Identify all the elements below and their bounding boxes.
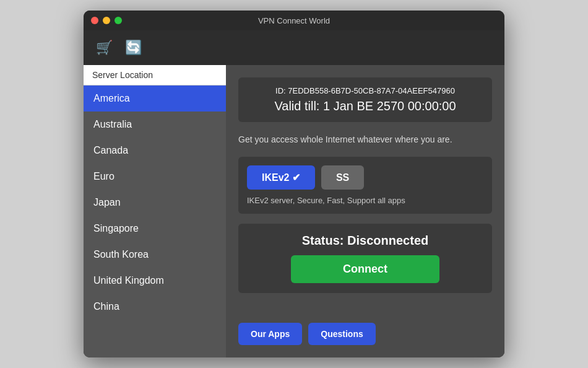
sidebar-item-japan[interactable]: Japan <box>84 190 226 216</box>
protocol-buttons: IKEv2 ✔ SS <box>247 165 483 190</box>
valid-till: Valid till: 1 Jan BE 2570 00:00:00 <box>247 99 483 113</box>
our-apps-button[interactable]: Our Apps <box>238 323 302 345</box>
sidebar-item-united-kingdom[interactable]: United Kingdom <box>84 268 226 294</box>
questions-button[interactable]: Questions <box>308 323 375 345</box>
sidebar-item-south-korea[interactable]: South Korea <box>84 242 226 268</box>
status-section: Status: Disconnected Connect <box>238 224 492 293</box>
minimize-button[interactable] <box>103 17 110 24</box>
sidebar: Server Location America Australia Canada… <box>84 65 226 357</box>
sidebar-item-australia[interactable]: Australia <box>84 112 226 138</box>
protocol-description: IKEv2 server, Secure, Fast, Support all … <box>247 196 483 205</box>
close-button[interactable] <box>91 17 98 24</box>
app-window: VPN Connect World 🛒 🔄 Server Location Am… <box>84 11 504 357</box>
ikev2-button[interactable]: IKEv2 ✔ <box>247 165 315 190</box>
vpn-id: ID: 7EDDB558-6B7D-50CB-87A7-04AEEF547960 <box>247 86 483 95</box>
sidebar-item-america[interactable]: America <box>84 85 226 112</box>
maximize-button[interactable] <box>115 17 122 24</box>
spacer <box>238 303 492 313</box>
titlebar: VPN Connect World <box>84 11 504 30</box>
connect-button[interactable]: Connect <box>291 255 439 283</box>
sidebar-item-euro[interactable]: Euro <box>84 164 226 190</box>
sidebar-header: Server Location <box>84 65 226 85</box>
ss-button[interactable]: SS <box>321 165 364 190</box>
sidebar-item-singapore[interactable]: Singapore <box>84 216 226 242</box>
right-panel: ID: 7EDDB558-6B7D-50CB-87A7-04AEEF547960… <box>226 65 504 357</box>
promo-text: Get you access whole Internet whatever w… <box>238 132 492 147</box>
window-title: VPN Connect World <box>258 16 330 25</box>
id-section: ID: 7EDDB558-6B7D-50CB-87A7-04AEEF547960… <box>238 77 492 122</box>
cart-icon[interactable]: 🛒 <box>96 40 113 56</box>
protocol-section: IKEv2 ✔ SS IKEv2 server, Secure, Fast, S… <box>238 157 492 214</box>
sidebar-item-china[interactable]: China <box>84 294 226 320</box>
sidebar-item-canada[interactable]: Canada <box>84 138 226 164</box>
toolbar: 🛒 🔄 <box>84 30 504 65</box>
status-text: Status: Disconnected <box>248 234 482 248</box>
main-content: Server Location America Australia Canada… <box>84 65 504 357</box>
refresh-icon[interactable]: 🔄 <box>125 40 142 56</box>
bottom-buttons: Our Apps Questions <box>238 323 492 345</box>
window-controls <box>91 17 122 24</box>
